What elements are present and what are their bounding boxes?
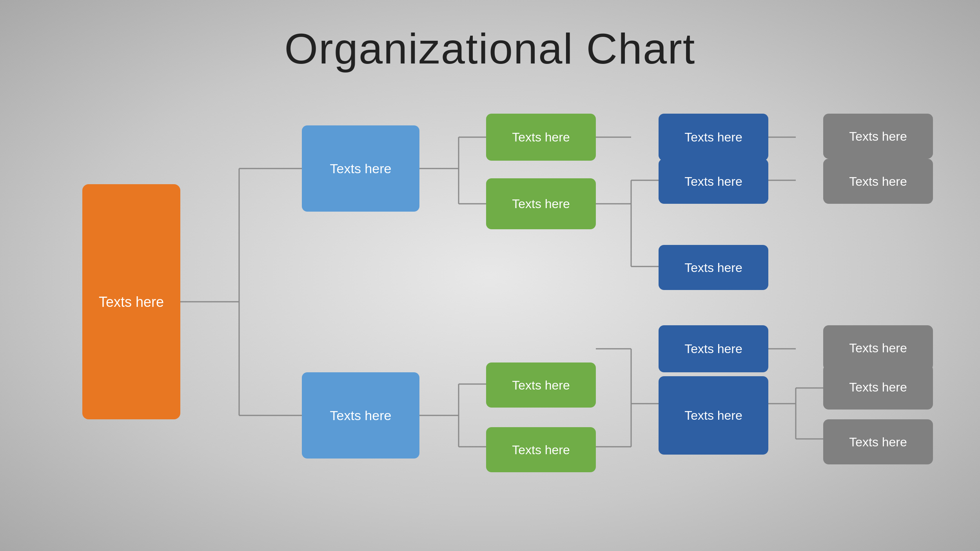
- node-b1[interactable]: Texts here: [302, 125, 419, 212]
- page-title: Organizational Chart: [0, 0, 980, 73]
- node-e1[interactable]: Texts here: [823, 114, 933, 159]
- node-d3[interactable]: Texts here: [659, 245, 768, 290]
- node-e2[interactable]: Texts here: [823, 159, 933, 204]
- node-b2[interactable]: Texts here: [302, 372, 419, 459]
- chart-area: Texts here Texts here Texts here Texts h…: [59, 90, 921, 527]
- node-d1[interactable]: Texts here: [659, 114, 768, 161]
- node-g2[interactable]: Texts here: [486, 178, 596, 229]
- node-d2[interactable]: Texts here: [659, 159, 768, 204]
- node-e3[interactable]: Texts here: [823, 325, 933, 370]
- node-root[interactable]: Texts here: [82, 184, 180, 419]
- node-g1[interactable]: Texts here: [486, 114, 596, 161]
- node-d4[interactable]: Texts here: [659, 325, 768, 372]
- node-d5[interactable]: Texts here: [659, 376, 768, 455]
- node-g3[interactable]: Texts here: [486, 362, 596, 408]
- node-e4[interactable]: Texts here: [823, 364, 933, 410]
- node-e5[interactable]: Texts here: [823, 419, 933, 464]
- node-g4[interactable]: Texts here: [486, 427, 596, 472]
